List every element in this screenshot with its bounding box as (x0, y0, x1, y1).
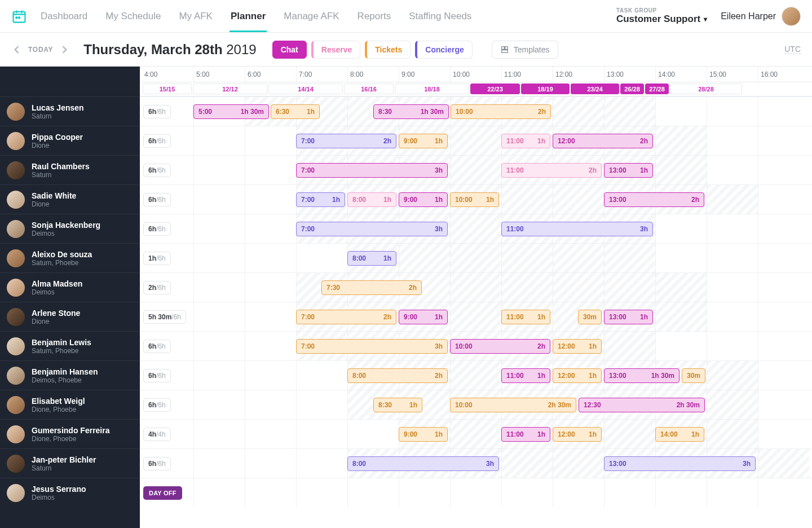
person-row[interactable]: Alma MadsenDeimos (0, 272, 140, 302)
schedule-block-tickets[interactable]: 11:001h (501, 310, 550, 324)
nav-tab-staffing-needs[interactable]: Staffing Needs (408, 1, 473, 32)
block-start: 9:00 (404, 137, 417, 145)
schedule-block-concierge[interactable]: 7:002h (296, 134, 396, 148)
hours-pill: 2h/6h (143, 281, 171, 294)
schedule-block-chat[interactable]: 13:001h 30m (604, 368, 679, 383)
schedule-block-tickets[interactable]: 7:302h (321, 280, 422, 295)
schedule-block-chat[interactable]: 9:001h (399, 310, 448, 324)
schedule-block-chat[interactable]: 11:001h (501, 368, 550, 383)
schedule-block-chat[interactable]: 7:003h (296, 163, 448, 178)
person-row[interactable]: Lucas JensenSaturn (0, 96, 140, 126)
task-group-selector[interactable]: TASK GROUP Customer Support▾ (616, 7, 707, 25)
block-duration: 3h (640, 225, 648, 233)
schedule-block-tickets[interactable]: 30m (682, 368, 705, 383)
schedule-block-reserve[interactable]: 11:001h (501, 134, 550, 148)
user-menu[interactable]: Eileen Harper (721, 7, 801, 26)
person-row[interactable]: Sonja HackenbergDeimos (0, 214, 140, 243)
schedule-block-chat[interactable]: 13:002h (604, 192, 704, 207)
schedule-block-chat[interactable]: 9:001h (399, 192, 448, 207)
schedule-block-tickets[interactable]: 7:002h (296, 310, 396, 324)
person-row[interactable]: Benjamin HansenDeimos, Phoebe (0, 360, 140, 390)
schedule-block-tickets[interactable]: 12:001h (553, 427, 602, 442)
person-row[interactable]: Benjamin LewisSaturn, Phoebe (0, 331, 140, 360)
hour-label: 5:00 (193, 67, 245, 82)
schedule-block-concierge[interactable]: 7:001h (296, 192, 345, 207)
nav-tab-planner[interactable]: Planner (230, 1, 267, 32)
capacity-cell: 26/28 (620, 83, 644, 94)
chip-tickets[interactable]: Tickets (365, 41, 411, 59)
svg-point-2 (19, 17, 20, 18)
nav-tab-my-afk[interactable]: My AFK (178, 1, 214, 32)
schedule-block-chat[interactable]: 12:002h (553, 134, 653, 148)
schedule-block-concierge[interactable]: 8:003h (347, 456, 499, 471)
timeline-row: 6h/6h7:001h8:001h9:001h10:001h13:002h (140, 184, 812, 214)
timeline-row: 6h/6h7:003h10:002h12:001h (140, 331, 812, 360)
chip-concierge[interactable]: Concierge (415, 41, 472, 59)
next-day-button[interactable] (59, 44, 70, 55)
block-duration: 1h (589, 372, 597, 380)
block-duration: 1h (409, 401, 417, 409)
block-duration: 2h (409, 284, 417, 292)
schedule-block-tickets[interactable]: 10:001h (450, 192, 499, 207)
block-start: 7:00 (301, 225, 315, 233)
schedule-block-tickets[interactable]: 6:301h (271, 104, 320, 119)
block-duration: 1h (435, 196, 443, 204)
prev-day-button[interactable] (11, 44, 23, 55)
schedule-block-concierge[interactable]: 7:003h (296, 222, 448, 236)
person-row[interactable]: Sadie WhiteDione (0, 184, 140, 214)
nav-tab-manage-afk[interactable]: Manage AFK (283, 1, 340, 32)
block-duration: 1h (435, 137, 443, 145)
chip-reserve[interactable]: Reserve (311, 41, 361, 59)
chevron-down-icon: ▾ (704, 15, 707, 23)
person-row[interactable]: Aleixo De souzaSaturn, Phoebe (0, 243, 140, 272)
today-button[interactable]: TODAY (28, 46, 53, 54)
block-start: 10:00 (455, 342, 473, 350)
person-row[interactable]: Jan-peter BichlerSaturn (0, 448, 140, 478)
schedule-block-tickets[interactable]: 12:001h (553, 339, 602, 354)
schedule-block-tickets[interactable]: 12:001h (553, 368, 602, 383)
schedule-block-tickets[interactable]: 14:001h (655, 427, 704, 442)
block-start: 8:00 (352, 460, 366, 468)
schedule-block-chat[interactable]: 12:302h 30m (579, 398, 705, 412)
block-duration: 2h (691, 196, 699, 204)
block-start: 10:00 (455, 196, 473, 204)
schedule-block-tickets[interactable]: 9:001h (399, 427, 448, 442)
schedule-block-tickets[interactable]: 10:002h (451, 104, 551, 119)
schedule-block-concierge[interactable]: 8:001h (347, 251, 396, 266)
schedule-block-tickets[interactable]: 7:003h (296, 339, 448, 354)
nav-tab-dashboard[interactable]: Dashboard (39, 1, 89, 32)
schedule-block-concierge[interactable]: 11:003h (501, 222, 653, 236)
schedule-block-chat[interactable]: 13:001h (604, 310, 653, 324)
schedule-block-chat[interactable]: 10:002h (450, 339, 550, 354)
block-start: 7:30 (326, 284, 340, 292)
nav-tabs: DashboardMy ScheduleMy AFKPlannerManage … (39, 1, 616, 32)
schedule-block-chat[interactable]: 13:001h (604, 163, 653, 178)
person-row[interactable]: Arlene StoneDione (0, 302, 140, 331)
avatar (7, 367, 25, 385)
chip-chat[interactable]: Chat (272, 41, 307, 59)
person-row[interactable]: Raul ChambersSaturn (0, 155, 140, 184)
timeline-row: DAY OFF (140, 478, 812, 507)
person-row[interactable]: Gumersindo FerreiraDione, Phoebe (0, 419, 140, 448)
person-row[interactable]: Elisabet WeiglDione, Phoebe (0, 390, 140, 419)
person-team: Deimos, Phoebe (32, 376, 98, 384)
schedule-block-tickets[interactable]: 10:002h 30m (450, 398, 576, 412)
schedule-block-concierge[interactable]: 13:003h (604, 456, 756, 471)
schedule-block-chat[interactable]: 5:001h 30m (193, 104, 269, 119)
nav-tab-reports[interactable]: Reports (356, 1, 392, 32)
schedule-block-reserve[interactable]: 11:002h (501, 163, 602, 178)
schedule-block-chat[interactable]: 11:001h (501, 427, 550, 442)
schedule-block-tickets[interactable]: 30m (578, 310, 602, 324)
person-row[interactable]: Pippa CooperDione (0, 126, 140, 155)
schedule-block-tickets[interactable]: 9:001h (399, 134, 448, 148)
nav-tab-my-schedule[interactable]: My Schedule (104, 1, 162, 32)
person-row[interactable]: Jesus SerranoDeimos (0, 478, 140, 507)
schedule-block-tickets[interactable]: 8:301h (373, 398, 422, 412)
schedule-block-chat[interactable]: 8:301h 30m (373, 104, 449, 119)
schedule-block-tickets[interactable]: 8:002h (347, 368, 448, 383)
templates-button[interactable]: Templates (492, 41, 558, 59)
schedule-block-reserve[interactable]: 8:001h (347, 192, 396, 207)
timezone-selector[interactable]: UTC (784, 45, 801, 54)
block-duration: 2h (383, 313, 391, 321)
hour-label: 7:00 (296, 67, 347, 82)
